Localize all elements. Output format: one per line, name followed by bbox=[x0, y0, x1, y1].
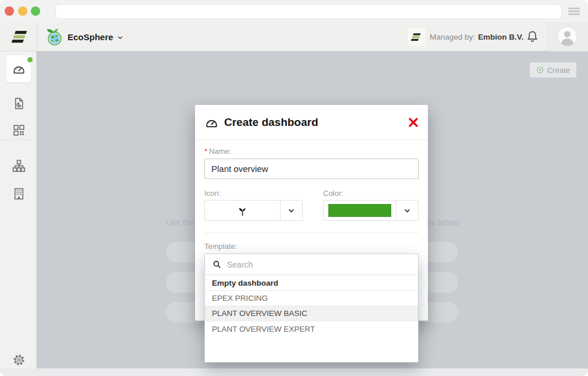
template-label: Template: bbox=[204, 242, 237, 251]
bell-icon[interactable] bbox=[525, 29, 540, 44]
header-divider bbox=[37, 22, 37, 51]
create-button-label: Create bbox=[547, 66, 570, 75]
embion-stripes-icon bbox=[12, 28, 29, 45]
embion-stripes-icon bbox=[411, 31, 422, 43]
sidebar-item-dashboards[interactable] bbox=[6, 55, 31, 82]
chevron-down-icon bbox=[287, 206, 296, 215]
brand-menu[interactable]: EcoSphere bbox=[45, 27, 124, 47]
chevron-down-icon bbox=[403, 206, 412, 215]
report-icon bbox=[12, 96, 26, 111]
icon-select-chevron[interactable] bbox=[280, 201, 302, 220]
org-logo-tile bbox=[408, 28, 426, 46]
chevron-down-icon bbox=[116, 34, 124, 41]
plus-circle-icon bbox=[536, 66, 544, 74]
template-dropdown: Empty dashboard EPEX PRICING PLANT OVERV… bbox=[204, 254, 419, 363]
person-icon[interactable] bbox=[557, 26, 578, 47]
icon-label: Icon: bbox=[204, 189, 221, 198]
color-label: Color: bbox=[323, 189, 343, 198]
globe-leaf-icon bbox=[45, 27, 64, 46]
gear-icon bbox=[12, 353, 26, 367]
gauge-icon bbox=[204, 115, 219, 130]
sidebar-divider bbox=[0, 139, 36, 140]
magnifier-icon bbox=[212, 259, 222, 269]
window-bottom-strip bbox=[0, 368, 588, 376]
grid-icon bbox=[12, 123, 26, 138]
window-maximize-button[interactable] bbox=[31, 6, 40, 16]
app-window: EcoSphere Managed by: Embion B.V. bbox=[0, 0, 588, 376]
template-option-plant-overview-basic[interactable]: PLANT OVERVIEW BASIC bbox=[205, 306, 418, 321]
seedling-icon bbox=[236, 205, 249, 217]
hint-text-left: Use the ' bbox=[166, 218, 198, 227]
managed-by-value: Embion B.V. bbox=[478, 33, 523, 41]
template-option-plant-overview-expert[interactable]: PLANT OVERVIEW EXPERT bbox=[205, 321, 418, 336]
sidebar-item-buildings[interactable] bbox=[6, 180, 31, 207]
sidebar-item-reports[interactable] bbox=[6, 90, 31, 117]
modal-title: Create dashboard bbox=[224, 105, 318, 140]
create-dashboard-button[interactable]: Create bbox=[530, 62, 576, 78]
x-icon bbox=[406, 115, 420, 129]
color-select-chevron[interactable] bbox=[396, 201, 418, 220]
template-search-row bbox=[205, 254, 418, 275]
sidebar-item-organization[interactable] bbox=[6, 152, 31, 179]
required-marker: * bbox=[204, 147, 207, 156]
hamburger-icon[interactable] bbox=[568, 8, 580, 15]
active-indicator-dot bbox=[27, 57, 33, 62]
url-input[interactable] bbox=[55, 4, 562, 19]
managed-by: Managed by: Embion B.V. bbox=[430, 22, 523, 51]
template-search-input[interactable] bbox=[227, 254, 418, 275]
close-button[interactable] bbox=[406, 115, 420, 129]
icon-select[interactable] bbox=[204, 200, 303, 221]
name-label: *Name: bbox=[204, 147, 231, 156]
browser-chrome bbox=[0, 0, 588, 22]
window-close-button[interactable] bbox=[5, 6, 14, 16]
template-option-empty-dashboard[interactable]: Empty dashboard bbox=[205, 275, 418, 291]
gauge-icon bbox=[12, 62, 26, 76]
modal-divider bbox=[204, 233, 419, 233]
name-input[interactable] bbox=[204, 159, 419, 179]
hint-text-right: es below bbox=[427, 218, 459, 227]
color-select[interactable] bbox=[323, 200, 419, 221]
managed-by-label: Managed by: bbox=[430, 33, 475, 41]
brand-name: EcoSphere bbox=[68, 32, 113, 42]
create-dashboard-modal: Create dashboard *Name: Icon: bbox=[195, 105, 428, 321]
window-minimize-button[interactable] bbox=[18, 6, 27, 16]
sidebar bbox=[0, 51, 37, 368]
building-icon bbox=[12, 187, 26, 201]
color-swatch bbox=[328, 204, 391, 217]
template-option-epex-pricing[interactable]: EPEX PRICING bbox=[205, 291, 418, 306]
sitemap-icon bbox=[12, 159, 26, 173]
